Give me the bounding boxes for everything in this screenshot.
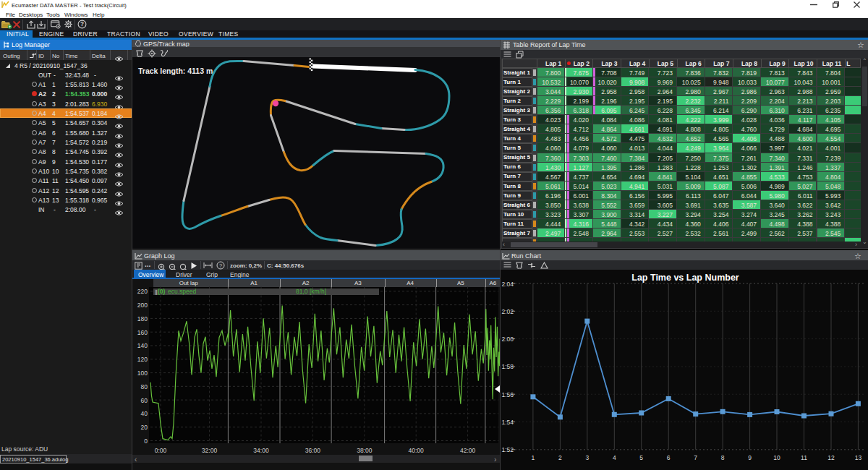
svg-text:?: ? <box>80 21 84 27</box>
